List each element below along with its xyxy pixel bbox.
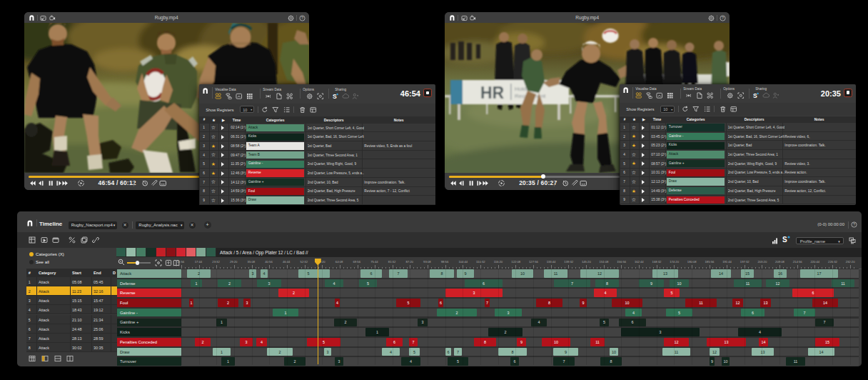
svg-text:?: ? [722, 16, 724, 20]
svg-text:S: S [333, 93, 337, 99]
svg-text:S: S [753, 92, 757, 99]
svg-text:?: ? [301, 16, 303, 20]
svg-text:HR: HR [480, 84, 505, 102]
svg-text:?: ? [853, 222, 855, 226]
svg-text:S: S [782, 236, 787, 244]
